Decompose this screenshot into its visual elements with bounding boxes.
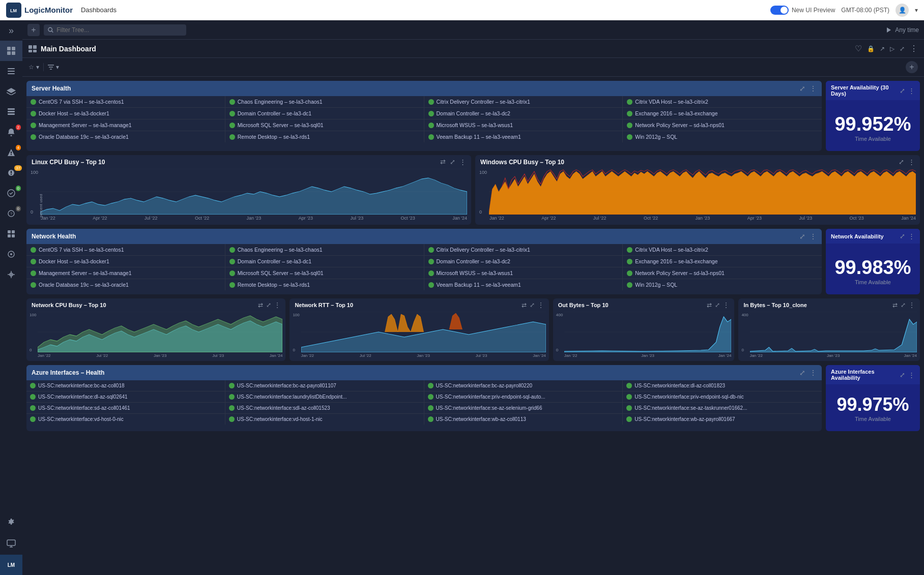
sidebar-item-layers[interactable]	[0, 81, 22, 102]
sidebar-item-monitor[interactable]	[0, 532, 22, 555]
filter-btn[interactable]: ▾	[48, 64, 59, 71]
network-avail-expand[interactable]: ⤢	[900, 232, 905, 240]
x-label: Apr '23	[299, 216, 313, 221]
sidebar-item-list[interactable]	[0, 102, 22, 122]
user-avatar[interactable]: 👤	[896, 4, 909, 17]
windows-cpu-expand[interactable]: ⤢	[899, 158, 904, 166]
new-ui-label: New UI Preview	[792, 7, 835, 14]
sidebar-item-warnings[interactable]: 4	[0, 142, 22, 163]
sidebar-item-unknown[interactable]: ? 0	[0, 203, 22, 224]
network-health-expand[interactable]: ⤢	[799, 232, 805, 240]
sidebar-item-resources[interactable]	[0, 61, 22, 81]
x-label: Jan '24	[904, 353, 917, 358]
rtt-expand[interactable]: ⤢	[530, 301, 535, 309]
list-item: US-SC:networkinterface:priv-endpoint-sql…	[623, 391, 822, 403]
y-max: 100	[30, 313, 36, 317]
azure-avail-more[interactable]: ⋮	[908, 371, 915, 379]
timezone-label: GMT-08:00 (PST)	[841, 7, 889, 14]
new-ui-toggle[interactable]: New UI Preview	[770, 6, 835, 15]
main-content: + Any time Main Dashboard ♡ 🔒 ↗ ▷ ⤢ ⋮ ☆▾	[22, 20, 924, 575]
search-icon	[48, 27, 53, 33]
user-chevron[interactable]: ▾	[915, 7, 918, 14]
rtt-refresh[interactable]: ⇄	[522, 301, 527, 309]
status-dot	[626, 405, 632, 411]
net-cpu-refresh[interactable]: ⇄	[258, 301, 263, 309]
sidebar-item-alerts[interactable]: 2	[0, 122, 22, 142]
svg-rect-17	[11, 174, 12, 175]
windows-cpu-more[interactable]: ⋮	[908, 158, 915, 166]
in-bytes-refresh[interactable]: ⇄	[892, 301, 898, 309]
network-health-actions: ⤢ ⋮	[799, 232, 817, 240]
star-btn[interactable]: ☆▾	[28, 64, 39, 71]
y-min: 0	[479, 209, 487, 215]
server-avail-label: Time Available	[826, 136, 920, 151]
linux-cpu-expand[interactable]: ⤢	[450, 158, 455, 166]
add-tab-btn[interactable]: +	[27, 24, 40, 36]
any-time-btn[interactable]: Any time	[886, 26, 919, 34]
sidebar-item-dashboards[interactable]	[0, 224, 22, 244]
y-max: 400	[741, 313, 748, 317]
list-item: US-SC:networkinterface:bc-az-coll018	[26, 380, 225, 391]
monitor-icon	[7, 539, 16, 548]
share-btn[interactable]: ↗	[880, 45, 885, 52]
net-cpu-expand[interactable]: ⤢	[266, 301, 271, 309]
in-bytes-expand[interactable]: ⤢	[901, 301, 906, 309]
list-item: Oracle Database 19c – se-la3-oracle1	[26, 131, 225, 142]
health-item-label: Domain Controller – se-la3-dc2	[437, 110, 510, 116]
sidebar-item-critical[interactable]: 37	[0, 163, 22, 183]
server-avail-more[interactable]: ⋮	[908, 87, 915, 95]
health-item-label: Citrix VDA Host – se-la3-citrix2	[635, 247, 708, 253]
list-item: Citrix VDA Host – se-la3-citrix2	[623, 96, 822, 108]
search-box[interactable]	[44, 24, 186, 36]
server-health-more[interactable]: ⋮	[810, 84, 817, 93]
network-avail-more[interactable]: ⋮	[908, 232, 915, 240]
dashboard-actions: ♡ 🔒 ↗ ▷ ⤢ ⋮	[855, 44, 918, 53]
toggle-switch[interactable]	[770, 6, 789, 15]
x-label: Oct '23	[850, 216, 864, 221]
sidebar-item-settings[interactable]	[0, 512, 22, 532]
x-label: Jan '23	[641, 353, 654, 358]
status-dot	[229, 394, 235, 400]
search-input[interactable]	[56, 26, 182, 34]
svg-rect-21	[8, 230, 11, 233]
azure-health-more[interactable]: ⋮	[810, 369, 817, 377]
lock-btn[interactable]: 🔒	[867, 45, 875, 52]
server-health-expand[interactable]: ⤢	[799, 84, 805, 93]
sidebar-item-grid[interactable]	[0, 41, 22, 61]
windows-svg-container	[489, 169, 916, 215]
in-bytes-more[interactable]: ⋮	[909, 301, 915, 309]
sidebar-item-ok[interactable]: 0	[0, 183, 22, 203]
list-item: US-SC:networkinterface:se-az-selenium-gr…	[424, 403, 623, 414]
list-item: Domain Controller – se-la3-dc2	[424, 256, 623, 267]
list-item: US-SC:networkinterface:sdl-az-coll01523	[225, 403, 424, 414]
server-avail-expand[interactable]: ⤢	[900, 87, 905, 95]
sidebar-expand-btn[interactable]: »	[0, 20, 22, 41]
sidebar-item-integrations[interactable]	[0, 264, 22, 285]
net-cpu-more[interactable]: ⋮	[274, 301, 280, 309]
network-health-more[interactable]: ⋮	[810, 232, 817, 240]
svg-text:LM: LM	[10, 8, 17, 13]
logo: LM LogicMonitor	[6, 3, 73, 18]
rtt-more[interactable]: ⋮	[538, 301, 544, 309]
nav-dashboards[interactable]: Dashboards	[81, 6, 117, 14]
sidebar-item-network[interactable]	[0, 244, 22, 264]
favorite-btn[interactable]: ♡	[855, 44, 862, 53]
expand-btn[interactable]: ⤢	[900, 45, 905, 52]
more-btn[interactable]: ⋮	[910, 44, 918, 53]
network-rtt-actions: ⇄ ⤢ ⋮	[522, 301, 544, 309]
status-dot	[627, 123, 632, 128]
out-bytes-refresh[interactable]: ⇄	[707, 301, 712, 309]
health-item-label: Veeam Backup 11 – se-la3-veeam1	[437, 282, 521, 288]
azure-avail-label: Time Available	[826, 416, 920, 431]
status-dot	[229, 123, 235, 128]
play-btn[interactable]: ▷	[890, 45, 894, 52]
linux-cpu-more[interactable]: ⋮	[459, 158, 466, 166]
add-widget-btn[interactable]: +	[906, 61, 918, 73]
azure-avail-expand[interactable]: ⤢	[900, 371, 905, 379]
azure-health-expand[interactable]: ⤢	[799, 369, 805, 377]
out-bytes-expand[interactable]: ⤢	[715, 301, 720, 309]
out-bytes-more[interactable]: ⋮	[723, 301, 729, 309]
status-dot	[428, 394, 434, 400]
linux-cpu-refresh[interactable]: ⇄	[440, 158, 446, 166]
list-icon	[7, 108, 15, 116]
